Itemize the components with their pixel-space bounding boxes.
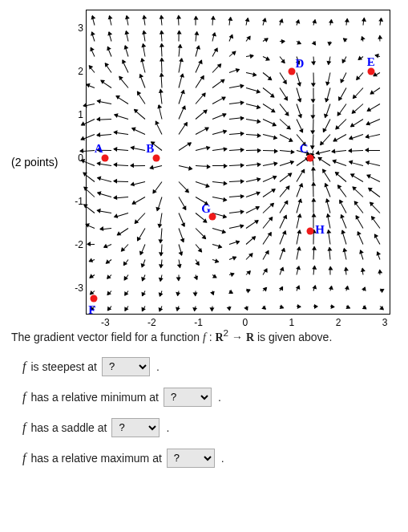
vector-arrow [366,162,381,166]
vector-arrow [125,46,129,57]
vector-arrow [179,244,183,254]
point-h [307,228,314,235]
vector-arrow [212,228,226,233]
vector-arrow [279,56,285,63]
vector-arrow [279,230,285,244]
vector-arrow [114,181,128,181]
vector-arrow [296,199,301,213]
vector-arrow [179,259,181,267]
vector-arrow [179,30,180,41]
vector-arrow [98,100,112,104]
vector-arrow [362,269,364,275]
vector-arrow [141,244,146,254]
vector-arrow [212,181,227,184]
vector-arrow [143,44,146,56]
math-f: f [22,390,26,404]
vector-arrow [353,104,364,114]
vector-arrow [280,40,285,42]
vector-arrow [116,95,129,104]
vector-arrow [313,286,315,291]
vector-arrow [156,122,163,136]
vector-arrow [229,101,244,104]
answer-select-q1[interactable]: ?ABCDEFGH [102,357,150,376]
vector-arrow [80,150,95,152]
vector-arrow [279,119,290,129]
vector-arrow [135,213,146,224]
vector-arrow [143,275,146,282]
vector-arrow [143,16,146,26]
vector-arrow [212,131,227,136]
period: . [218,391,221,404]
point-c [307,154,314,161]
vector-arrow [104,244,112,248]
vector-arrow [179,58,182,72]
vector-arrow [327,229,330,244]
vector-arrow [229,117,244,120]
answer-select-q2[interactable]: ?ABCDEFGH [164,388,212,407]
vector-arrow [263,72,273,80]
vector-arrow [353,87,364,99]
vector-arrow [345,268,347,275]
vector-arrow [363,18,365,26]
vector-arrow [279,87,288,100]
vector-arrow [377,252,380,259]
vector-arrow [179,123,188,136]
vector-arrow [196,228,206,238]
vector-arrow [246,253,252,259]
vector-arrow [380,18,382,26]
vector-arrow [159,105,163,120]
vector-arrow [313,266,314,275]
vector-arrow [341,215,347,229]
vector-arrow [151,165,163,169]
vector-arrow [212,274,216,278]
x-tick: 1 [289,317,295,328]
vector-arrow [179,106,185,120]
vector-arrow [296,286,298,291]
vector-arrow [212,48,217,57]
vector-arrow [132,128,146,135]
vector-arrow [246,270,251,275]
vector-arrow [228,34,232,41]
x-tick: -3 [101,317,110,328]
vector-arrow [363,286,366,290]
answer-select-q3[interactable]: ?ABCDEFGH [111,418,160,437]
x-tick: -2 [147,317,156,328]
vector-arrow [196,128,208,135]
vector-arrow [161,58,163,72]
vector-arrow [151,141,162,150]
vector-arrow [323,119,330,132]
vector-arrow [263,87,275,97]
vector-arrow [343,56,347,63]
vector-arrow [196,92,205,104]
question-q1: f is steepest at?ABCDEFGH. [11,357,397,376]
vector-arrow [229,210,244,213]
vector-arrow [351,119,364,127]
vector-arrow [375,55,380,57]
vector-arrow [91,48,95,57]
vector-arrow [246,104,261,108]
vector-arrow [246,87,261,92]
vector-arrow [296,267,298,275]
vector-arrow [263,119,277,125]
vector-arrow [108,290,112,295]
vector-arrow [320,135,330,146]
vector-arrow [246,220,258,229]
vector-arrow [137,91,146,104]
vector-arrow [161,44,163,57]
vector-arrow [212,165,227,166]
vector-arrow [196,109,207,119]
vector-arrow [82,160,95,167]
vector-arrow [279,104,289,116]
vector-arrow [179,74,184,88]
answer-select-q4[interactable]: ?ABCDEFGH [167,449,215,468]
vector-arrow [357,72,364,80]
vector-arrow [123,259,128,266]
vector-arrow [263,163,277,166]
vector-arrow [131,147,145,150]
vector-arrow [179,90,184,104]
vector-arrow [153,181,162,193]
vector-arrow [313,306,317,307]
vector-arrow [91,274,95,278]
vector-arrow [326,214,330,229]
vector-arrow [333,150,347,152]
